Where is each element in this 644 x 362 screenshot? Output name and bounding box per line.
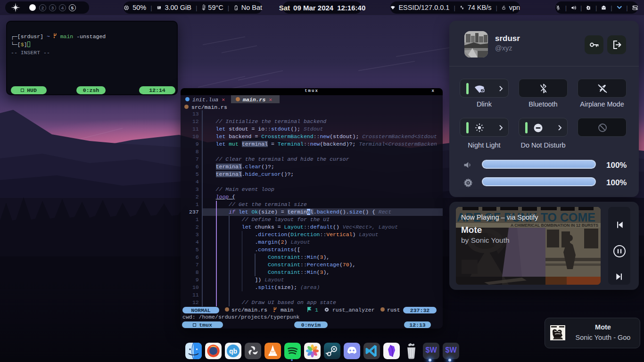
svg-text:qb: qb [229, 347, 237, 355]
